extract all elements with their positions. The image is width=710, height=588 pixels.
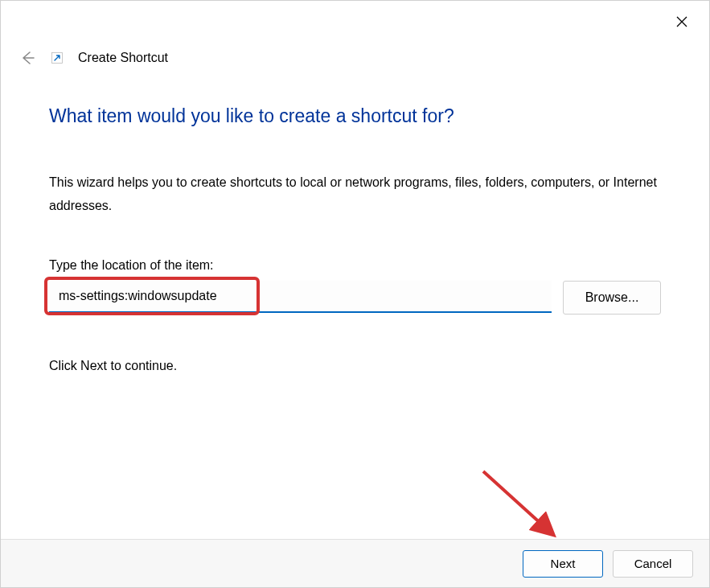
wizard-content: What item would you like to create a sho…: [49, 105, 661, 373]
location-label: Type the location of the item:: [49, 258, 661, 273]
browse-button[interactable]: Browse...: [563, 281, 661, 315]
svg-line-2: [483, 471, 552, 533]
create-shortcut-wizard: Create Shortcut What item would you like…: [0, 0, 710, 588]
wizard-header: Create Shortcut: [18, 49, 168, 67]
wizard-description: This wizard helps you to create shortcut…: [49, 171, 661, 218]
wizard-title: Create Shortcut: [78, 51, 168, 65]
wizard-footer: Next Cancel: [1, 539, 709, 587]
shortcut-icon: [51, 51, 64, 64]
next-button[interactable]: Next: [523, 550, 603, 578]
continue-instruction: Click Next to continue.: [49, 359, 661, 373]
close-button[interactable]: [669, 9, 695, 35]
annotation-arrow-icon: [479, 467, 568, 548]
location-row: Browse...: [49, 281, 661, 315]
wizard-heading: What item would you like to create a sho…: [49, 105, 661, 127]
back-arrow-icon[interactable]: [18, 49, 36, 67]
location-input[interactable]: [49, 281, 552, 313]
cancel-button[interactable]: Cancel: [613, 550, 693, 578]
